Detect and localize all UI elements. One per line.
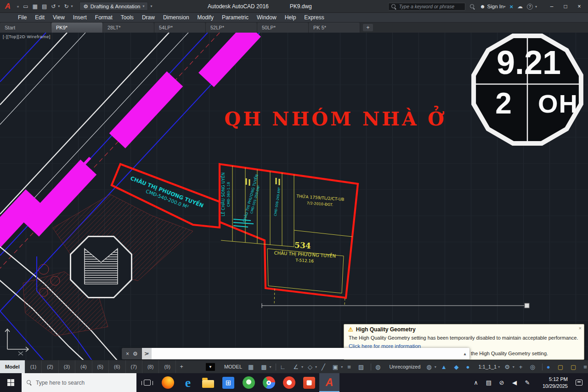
redo-icon[interactable]: ↻ — [64, 3, 68, 10]
autocad-icon[interactable]: A — [319, 373, 339, 392]
annotation-scale-icon[interactable]: ● — [464, 360, 475, 373]
layout-tab-8[interactable]: (8) — [142, 360, 159, 373]
taskbar-search-input[interactable] — [36, 380, 132, 386]
status-item[interactable] — [371, 364, 371, 370]
new-file-icon[interactable]: ▫ — [17, 3, 19, 10]
filter-icon[interactable]: ▢ — [555, 360, 568, 373]
layout-tab-2[interactable]: (2) — [42, 360, 58, 373]
close-button[interactable]: × — [572, 0, 586, 13]
workspace-switching-icon[interactable]: ⚙ ▾ — [502, 360, 517, 373]
save-icon[interactable]: ▦ — [33, 3, 38, 10]
quick-properties-icon[interactable]: ◎ — [527, 360, 540, 373]
annotation-visibility-icon[interactable]: ▲ — [439, 360, 452, 373]
sign-in-button[interactable]: ☻ Sign In ▾ — [480, 4, 505, 9]
help-icon[interactable]: ? — [527, 4, 533, 10]
file-tab-start[interactable]: Start — [0, 23, 51, 33]
grid-display-icon[interactable]: ▦ — [246, 360, 259, 373]
autoscale-icon[interactable]: ◆ — [452, 360, 464, 373]
recent-commands-button[interactable]: > ▾ — [142, 348, 152, 359]
lineweight-icon[interactable]: ≡ — [345, 360, 356, 373]
menu-item[interactable]: Parametric — [218, 13, 253, 23]
snap-mode-icon[interactable]: ▩ ▾ — [259, 360, 273, 373]
menu-item[interactable]: Express — [300, 13, 328, 23]
octagon-symbol[interactable] — [71, 237, 132, 298]
file-tab-pk9[interactable]: PK9* — [51, 23, 103, 33]
file-tab-52lp[interactable]: 52LP* — [206, 23, 257, 33]
menu-item[interactable]: Dimension — [159, 13, 193, 23]
autocad-logo-icon[interactable]: A — [3, 2, 13, 11]
undo-icon[interactable]: ↺ — [51, 3, 56, 10]
file-explorer-icon[interactable] — [198, 373, 218, 392]
pen-input-icon[interactable]: ✎ — [521, 373, 534, 392]
menu-item[interactable]: File — [14, 13, 31, 23]
new-layout-button[interactable]: + — [176, 364, 187, 370]
elevation-marker[interactable]: 9.21 2 OH — [474, 36, 581, 143]
cloud-icon[interactable]: ☁ — [517, 3, 523, 10]
layout-tab-7[interactable]: (7) — [126, 360, 142, 373]
drawing-canvas[interactable]: QH NHÓM NHÀ Ở CHÂU THỊ PHƯƠNG TUYỀN CMĐ-… — [0, 33, 588, 360]
task-view-button[interactable] — [136, 373, 158, 392]
object-snap-icon[interactable]: ▣ ▾ — [330, 360, 345, 373]
network-status-icon[interactable]: ⊘ — [495, 373, 508, 392]
status-item[interactable] — [276, 364, 276, 370]
model-space-button[interactable]: MODEL — [220, 360, 246, 373]
menu-item[interactable]: Modify — [193, 13, 218, 23]
menu-item[interactable]: Draw — [138, 13, 159, 23]
redo-dropdown-icon[interactable]: ▾ — [71, 4, 73, 8]
undo-dropdown-icon[interactable]: ▾ — [58, 4, 60, 8]
annotation-monitor-icon[interactable]: + — [517, 360, 528, 373]
menu-item[interactable]: View — [49, 13, 69, 23]
grip-point[interactable] — [525, 303, 529, 308]
transparency-icon[interactable]: ▨ — [356, 360, 369, 373]
layout-tab-1[interactable]: (1) — [25, 360, 42, 373]
keyword-search-input[interactable] — [399, 4, 463, 9]
exchange-search-icon[interactable] — [469, 4, 475, 10]
layout-tab-5[interactable]: (5) — [92, 360, 109, 373]
ortho-mode-icon[interactable]: ∟ — [278, 360, 291, 373]
new-drawing-tab-button[interactable]: + — [363, 24, 373, 31]
taskbar-search[interactable] — [22, 373, 136, 392]
tabs-overflow-button[interactable]: ▼ — [206, 363, 215, 371]
tablet-mode-icon[interactable]: ▤ — [482, 373, 495, 392]
file-tab-pk5[interactable]: PK 5* — [309, 23, 360, 33]
menu-item[interactable]: Edit — [31, 13, 49, 23]
polar-tracking-icon[interactable]: ∠ ▾ — [291, 360, 305, 373]
model-tab[interactable]: Model — [0, 360, 25, 373]
volume-icon[interactable]: ◀ — [508, 373, 521, 392]
maximize-button[interactable]: □ — [559, 0, 572, 13]
coccoc-browser-icon[interactable] — [238, 373, 259, 392]
hidden-icons-chevron[interactable]: ∧ — [469, 373, 482, 392]
units-icon[interactable]: ◍ ▾ — [424, 360, 438, 373]
isometric-drafting-icon[interactable]: ◇ ▾ — [305, 360, 319, 373]
layout-tab-6[interactable]: (6) — [109, 360, 125, 373]
start-button[interactable] — [0, 373, 22, 392]
qat-customize-icon[interactable]: ▾ — [150, 4, 152, 8]
menu-item[interactable]: Help — [281, 13, 300, 23]
command-history-expand-icon[interactable]: ▴ — [460, 348, 469, 359]
annotation-scale-button[interactable]: 1:1_1_1 ▾ — [475, 360, 502, 373]
file-tab-54lp[interactable]: 54LP* — [154, 23, 206, 33]
open-file-icon[interactable]: ▭ — [23, 3, 28, 10]
red-square-app-icon[interactable] — [299, 373, 319, 392]
workspace-selector[interactable]: ⚙ Drafting & Annotation ▾ — [79, 2, 148, 11]
layout-tab-3[interactable]: (3) — [59, 360, 75, 373]
menu-item[interactable]: Format — [91, 13, 117, 23]
units-label[interactable]: Unrecognized — [385, 360, 424, 373]
minimize-button[interactable]: – — [545, 0, 559, 13]
drawing-area[interactable]: QH NHÓM NHÀ Ở CHÂU THỊ PHƯƠNG TUYỀN CMĐ-… — [0, 33, 588, 360]
menu-item[interactable]: Window — [253, 13, 281, 23]
graphics-performance-icon[interactable]: ● — [544, 360, 555, 373]
edge-icon[interactable]: e — [178, 373, 198, 392]
file-tab-28lt[interactable]: 28LT* — [103, 23, 154, 33]
viewport-controls[interactable]: [-][Top][2D Wireframe] — [3, 34, 51, 39]
layout-tab-4[interactable]: (4) — [75, 360, 92, 373]
selection-cycling-icon[interactable]: ◍ — [373, 360, 385, 373]
object-snap-tracking-icon[interactable]: ╱ — [319, 360, 330, 373]
notification-close-icon[interactable]: × — [579, 325, 582, 331]
firefox-icon[interactable] — [158, 373, 178, 392]
plot-icon[interactable]: ▤ — [42, 3, 47, 10]
command-input[interactable] — [152, 348, 460, 359]
red-circle-app-icon[interactable] — [279, 373, 299, 392]
help-dropdown-icon[interactable]: ▾ — [535, 5, 537, 9]
menu-item[interactable]: Tools — [117, 13, 138, 23]
